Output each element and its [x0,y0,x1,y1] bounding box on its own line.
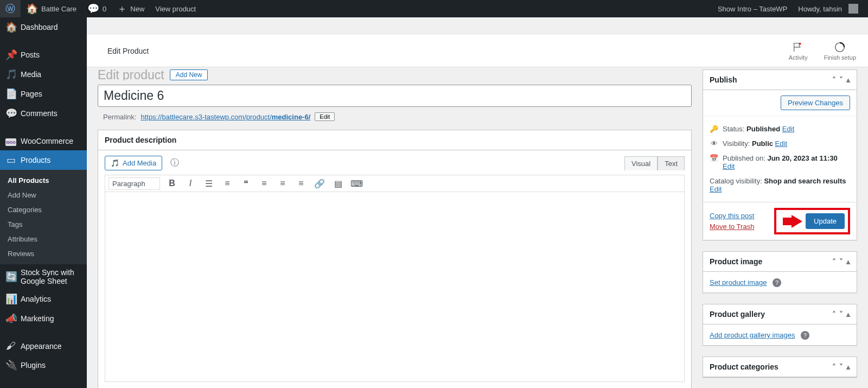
menu-dashboard[interactable]: 🏠Dashboard [0,17,87,37]
update-button[interactable]: Update [806,213,845,229]
numbered-list-button[interactable]: ≡ [221,177,234,190]
move-to-trash-link[interactable]: Move to Trash [710,221,754,232]
comment-icon: 💬 [87,4,99,14]
add-gallery-images-link[interactable]: Add product gallery images [710,331,795,339]
move-down-icon[interactable]: ˅ [839,75,843,84]
move-up-icon[interactable]: ˄ [832,257,836,266]
comments-icon: 💬 [5,107,16,119]
help-icon[interactable]: ? [801,331,809,340]
page-heading-row: Edit product Add New [98,69,692,80]
copy-post-link[interactable]: Copy this post [710,211,754,221]
edit-catalog-link[interactable]: Edit [710,185,722,193]
visual-tab[interactable]: Visual [624,156,658,170]
product-title-input[interactable] [98,85,692,107]
editor-textarea[interactable] [105,192,685,382]
avatar [848,4,858,14]
admin-sidebar: 🏠Dashboard 📌Posts 🎵Media 📄Pages 💬Comment… [0,17,87,388]
submenu-tags[interactable]: Tags [0,217,87,232]
permalink-slug: medicine-6/ [272,113,311,121]
add-media-button[interactable]: 🎵 Add Media [105,156,162,170]
submenu-reviews[interactable]: Reviews [0,246,87,261]
view-product-link[interactable]: View product [150,0,201,17]
block-format-select[interactable]: Paragraph [108,177,160,190]
toggle-icon[interactable]: ▴ [846,310,850,319]
help-icon[interactable]: ? [773,278,781,287]
menu-appearance[interactable]: 🖌Appearance [0,336,87,355]
status-label: Status: [723,125,744,133]
home-icon: 🏠 [26,4,38,14]
flag-icon [792,41,804,53]
toolbar-toggle-button[interactable]: ⌨ [350,177,363,190]
menu-posts[interactable]: 📌Posts [0,45,87,65]
submenu-categories[interactable]: Categories [0,202,87,217]
menu-label: Stock Sync with Google Sheet [21,268,82,285]
edit-date-link[interactable]: Edit [723,162,735,170]
show-intro-link[interactable]: Show Intro – TasteWP [712,0,793,17]
permalink-link[interactable]: https://battlecare.s3-tastewp.com/produc… [141,113,310,121]
wordpress-icon: ⓦ [5,4,15,14]
permalink-edit-button[interactable]: Edit [315,112,335,121]
catalog-label: Catalog visibility: [710,177,762,185]
align-center-button[interactable]: ≡ [276,177,289,190]
menu-woocommerce[interactable]: wooWooCommerce [0,131,87,150]
visibility-value: Public [752,139,773,148]
dashboard-icon: 🏠 [5,21,16,33]
move-up-icon[interactable]: ˄ [832,362,836,371]
plugins-icon: 🔌 [5,359,16,371]
toggle-icon[interactable]: ▴ [846,75,850,84]
activity-button[interactable]: Activity [789,41,808,61]
toggle-icon[interactable]: ▴ [846,257,850,266]
comments-link[interactable]: 💬0 [82,0,112,17]
menu-label: Dashboard [21,23,58,31]
toggle-icon[interactable]: ▴ [846,362,850,371]
topbar: Edit Product Activity Finish setup [87,35,868,67]
add-new-button[interactable]: Add New [170,69,208,80]
preview-changes-button[interactable]: Preview Changes [781,96,850,110]
menu-analytics[interactable]: 📊Analytics [0,289,87,309]
menu-plugins[interactable]: 🔌Plugins [0,355,87,375]
italic-button[interactable]: I [184,177,197,190]
new-content-link[interactable]: ＋New [112,0,150,17]
submenu-all-products[interactable]: All Products [0,173,87,188]
wp-logo[interactable]: ⓦ [0,0,21,17]
move-down-icon[interactable]: ˅ [839,362,843,371]
menu-media[interactable]: 🎵Media [0,65,87,84]
bold-button[interactable]: B [165,177,178,190]
topbar-title: Edit Product [107,47,149,55]
finish-setup-button[interactable]: Finish setup [824,41,856,61]
help-icon[interactable]: ⓘ [170,158,179,167]
menu-label: Plugins [21,361,46,370]
admin-bar: ⓦ 🏠Battle Care 💬0 ＋New View product Show… [0,0,868,17]
readmore-button[interactable]: ▤ [331,177,344,190]
main: Edit Product Activity Finish setup Edit … [87,35,868,388]
howdy-account[interactable]: Howdy, tahsin [793,0,864,17]
bullet-list-button[interactable]: ☰ [202,177,215,190]
publish-box: Publish ˄˅▴ Preview Changes 🔑Status: Pub… [703,69,857,240]
menu-products[interactable]: ▭Products [0,150,87,170]
move-up-icon[interactable]: ˄ [832,310,836,319]
submenu-attributes[interactable]: Attributes [0,232,87,246]
align-left-button[interactable]: ≡ [258,177,271,190]
move-down-icon[interactable]: ˅ [839,310,843,319]
align-right-button[interactable]: ≡ [295,177,308,190]
view-product-label: View product [155,5,196,13]
menu-pages[interactable]: 📄Pages [0,84,87,104]
product-categories-box: Product categories ˄˅▴ [703,357,857,378]
link-button[interactable]: 🔗 [313,177,326,190]
edit-visibility-link[interactable]: Edit [775,139,787,148]
edit-status-link[interactable]: Edit [782,125,794,133]
move-down-icon[interactable]: ˅ [839,257,843,266]
submenu-add-new[interactable]: Add New [0,188,87,202]
media-icon: 🎵 [5,68,16,80]
permalink-row: Permalink: https://battlecare.s3-tastewp… [103,112,692,121]
text-tab[interactable]: Text [658,156,685,170]
menu-comments[interactable]: 💬Comments [0,104,87,123]
move-up-icon[interactable]: ˄ [832,75,836,84]
menu-stock-sync[interactable]: 🔄Stock Sync with Google Sheet [0,264,87,289]
set-product-image-link[interactable]: Set product image [710,278,767,287]
site-name-link[interactable]: 🏠Battle Care [21,0,82,17]
permalink-label: Permalink: [103,113,136,121]
blockquote-button[interactable]: ❝ [239,177,252,190]
show-intro-label: Show Intro – TasteWP [718,5,787,13]
menu-marketing[interactable]: 📣Marketing [0,309,87,328]
